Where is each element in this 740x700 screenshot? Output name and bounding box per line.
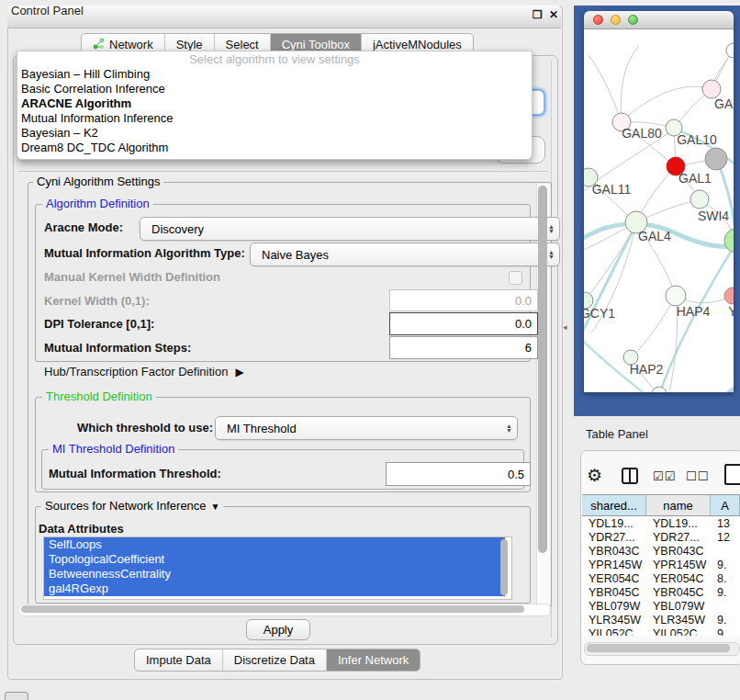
- table-cell: YBR045C: [582, 586, 646, 599]
- mi-algorithm-type-combo[interactable]: Naive Bayes ▲▼: [250, 243, 560, 266]
- network-node[interactable]: [690, 190, 709, 209]
- network-node[interactable]: [702, 80, 721, 98]
- aracne-mode-label: Aracne Mode:: [44, 220, 123, 235]
- tab-label: jActiveMNodules: [373, 38, 462, 51]
- hub-definition-toggle[interactable]: Hub/Transcription Factor Definition▶: [44, 365, 244, 379]
- network-canvas[interactable]: GAL80GAL10GAL7GAL1GAL11SWI4GAL4GCY1HAP4Y…: [584, 29, 734, 392]
- collapsed-corner-button[interactable]: [5, 692, 28, 700]
- deselect-all-icon[interactable]: ☐☐: [686, 469, 709, 483]
- float-window-icon[interactable]: ❒: [533, 9, 543, 20]
- column-header-shared-name[interactable]: shared...: [582, 495, 646, 515]
- table-cell: YLR345W: [646, 614, 711, 627]
- column-header-name[interactable]: name: [646, 495, 711, 515]
- kernel-width-label: Kernel Width (0,1):: [44, 294, 150, 309]
- column-header-partial[interactable]: A: [711, 495, 740, 515]
- close-traffic-light-icon[interactable]: [593, 15, 603, 25]
- apply-button[interactable]: Apply: [246, 619, 310, 640]
- table-cell: 13: [711, 517, 740, 530]
- table-body: YDL19...YDL19...13YDR27...YDR27...12YBR0…: [582, 516, 740, 636]
- new-table-icon[interactable]: [724, 464, 740, 485]
- node-label: GAL1: [678, 171, 712, 186]
- mi-steps-field[interactable]: 6: [389, 336, 538, 359]
- node-label: GCY1: [584, 306, 615, 321]
- table-row[interactable]: YBR043CYBR043C: [582, 544, 740, 558]
- splitter-handle[interactable]: ◂: [563, 322, 567, 332]
- data-attributes-label: Data Attributes: [39, 522, 124, 536]
- table-row[interactable]: YBR045CYBR045C9.: [582, 585, 740, 599]
- algorithm-option[interactable]: Bayesian – Hill Climbing: [17, 67, 532, 82]
- settings-hscrollbar-thumb[interactable]: [21, 605, 524, 613]
- network-window: GAL80GAL10GAL7GAL1GAL11SWI4GAL4GCY1HAP4Y…: [584, 11, 734, 392]
- table-cell: YBL079W: [582, 600, 646, 613]
- select-all-icon[interactable]: ☑☑: [653, 469, 676, 483]
- split-columns-icon[interactable]: [622, 468, 638, 484]
- tab-label: Network: [109, 38, 153, 51]
- network-node[interactable]: [724, 229, 734, 253]
- zoom-traffic-light-icon[interactable]: [628, 15, 638, 25]
- table-cell: 8.: [711, 572, 740, 585]
- table-row[interactable]: YER054CYER054C8.: [582, 571, 740, 585]
- table-cell: YER054C: [646, 572, 711, 585]
- table-cell: YPR145W: [646, 559, 711, 571]
- tab-label: Impute Data: [146, 653, 211, 667]
- algorithm-option[interactable]: Basic Correlation Inference: [17, 82, 532, 96]
- mi-threshold-definition-title: MI Threshold Definition: [49, 443, 178, 456]
- network-node[interactable]: [652, 387, 667, 392]
- manual-kernel-width-checkbox[interactable]: [509, 271, 522, 285]
- tab-impute-data[interactable]: Impute Data: [135, 649, 222, 671]
- attributes-scrollbar-thumb[interactable]: [500, 539, 508, 595]
- table-row[interactable]: YIL052CYIL052C9: [582, 627, 740, 636]
- network-edge: [589, 55, 622, 122]
- collapse-down-icon: ▼: [211, 502, 220, 512]
- table-cell: YLR345W: [582, 614, 646, 627]
- table-row[interactable]: YDR27...YDR27...12: [582, 530, 740, 544]
- table-cell: YIL052C: [646, 627, 711, 637]
- mi-steps-value: 6: [525, 341, 532, 355]
- network-edge: [621, 46, 639, 122]
- table-cell: YPR145W: [582, 559, 646, 571]
- table-row[interactable]: YBL079WYBL079W: [582, 599, 740, 613]
- stepper-arrows-icon: ▲▼: [548, 250, 555, 259]
- algorithm-option[interactable]: Dream8 DC_TDC Algorithm: [17, 141, 532, 155]
- algorithm-definition-title: Algorithm Definition: [42, 198, 153, 210]
- table-row[interactable]: YPR145WYPR145W9.: [582, 558, 740, 571]
- table-hscrollbar-thumb[interactable]: [587, 644, 730, 652]
- settings-scrollbar-thumb[interactable]: [538, 186, 547, 553]
- data-attribute-item[interactable]: BetweennessCentrality: [44, 567, 505, 581]
- network-edge: [717, 160, 734, 239]
- network-edge: [622, 86, 712, 122]
- table-cell: 9.: [711, 586, 740, 599]
- table-row[interactable]: YLR345WYLR345W9.: [582, 613, 740, 627]
- close-window-icon[interactable]: ✕: [549, 9, 558, 20]
- dpi-tolerance-label: DPI Tolerance [0,1]:: [44, 317, 154, 332]
- mi-threshold-field[interactable]: 0.5: [386, 462, 531, 486]
- network-node[interactable]: [666, 286, 686, 306]
- algorithm-option[interactable]: Bayesian – K2: [17, 126, 532, 141]
- minimize-traffic-light-icon[interactable]: [611, 15, 621, 25]
- tab-discretize-data[interactable]: Discretize Data: [222, 649, 326, 671]
- aracne-mode-combo[interactable]: Discovery ▲▼: [140, 217, 560, 241]
- tab-infer-network[interactable]: Infer Network: [326, 649, 420, 671]
- network-node[interactable]: [726, 43, 734, 58]
- which-threshold-combo[interactable]: MI Threshold ▲▼: [215, 416, 518, 440]
- sources-group-toggle[interactable]: Sources for Network Inference▼: [41, 500, 223, 514]
- node-label: GAL7: [714, 96, 734, 111]
- table-row[interactable]: YDL19...YDL19...13: [582, 516, 740, 530]
- kernel-width-field[interactable]: 0.0: [389, 289, 538, 311]
- network-node[interactable]: [705, 148, 727, 170]
- algorithm-option[interactable]: Mutual Information Inference: [17, 111, 532, 126]
- data-attribute-item[interactable]: gal4RGexp: [44, 581, 505, 596]
- stepper-arrows-icon: ▲▼: [506, 423, 512, 433]
- gear-icon[interactable]: ⚙: [587, 465, 602, 486]
- table-cell: YBR045C: [646, 586, 711, 599]
- data-attribute-item[interactable]: TopologicalCoefficient: [44, 552, 505, 567]
- which-threshold-label: Which threshold to use:: [77, 421, 213, 435]
- application-window: Control Panel ❒ ✕ Network Style Select C…: [0, 0, 740, 700]
- data-attribute-item[interactable]: SelfLoops: [44, 537, 505, 552]
- network-window-titlebar[interactable]: [584, 11, 734, 29]
- algorithm-option[interactable]: ARACNE Algorithm: [17, 96, 532, 111]
- table-cell: YDR27...: [582, 531, 646, 544]
- network-node[interactable]: [724, 288, 734, 304]
- expand-right-icon: ▶: [235, 366, 243, 378]
- dpi-tolerance-field[interactable]: 0.0: [389, 312, 538, 335]
